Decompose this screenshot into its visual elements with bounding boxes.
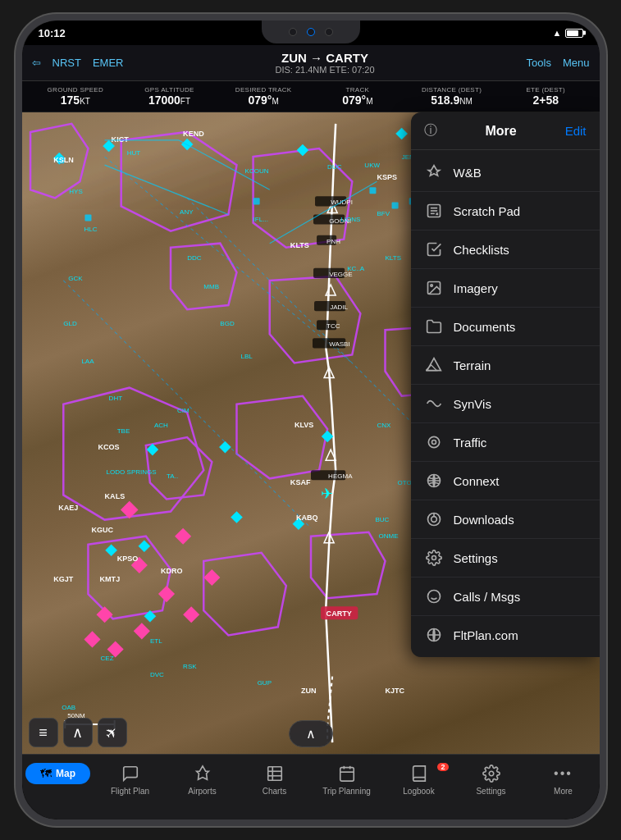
recenter-button[interactable]: ∧	[289, 720, 333, 747]
svg-text:KC..A: KC..A	[347, 265, 365, 272]
checklists-icon	[424, 240, 444, 259]
dropdown-item-settings[interactable]: Settings	[411, 539, 600, 578]
dropdown-item-terrain[interactable]: Terrain	[411, 346, 600, 385]
downloads-icon	[424, 509, 444, 529]
svg-text:KMTJ: KMTJ	[99, 575, 120, 583]
tab-flight-plan[interactable]: Flight Plan	[94, 761, 167, 796]
svg-marker-25	[138, 541, 149, 552]
wb-icon	[424, 162, 444, 182]
svg-text:TCC: TCC	[326, 322, 340, 330]
svg-text:CNX: CNX	[377, 422, 391, 429]
emer-button[interactable]: EMER	[93, 57, 124, 69]
nav-center: ZUN → CARTY DIS: 21.4NM ETE: 07:20	[276, 51, 375, 75]
dropdown-item-calls-msgs[interactable]: Calls / Msgs	[411, 578, 600, 616]
route-subtitle: DIS: 21.4NM ETE: 07:20	[276, 65, 375, 75]
svg-text:UKW: UKW	[364, 162, 380, 169]
tab-logbook[interactable]: 2 Logbook	[383, 761, 455, 796]
menu-button[interactable]: Menu	[563, 57, 590, 69]
svg-text:KLTS: KLTS	[385, 254, 401, 262]
svg-text:HUT: HUT	[126, 149, 140, 157]
svg-text:HLC: HLC	[84, 226, 97, 233]
battery-fill	[567, 30, 578, 36]
dropdown-item-downloads[interactable]: Downloads	[411, 500, 600, 539]
tab-more[interactable]: ••• More	[527, 761, 600, 796]
device-screen: 10:12 ▲ ⇦ NRST EMER	[22, 21, 600, 819]
svg-text:PNH: PNH	[326, 238, 340, 245]
svg-text:LAA: LAA	[81, 358, 94, 365]
svg-text:✈: ✈	[321, 486, 333, 502]
svg-text:KPSO: KPSO	[116, 555, 138, 563]
tools-button[interactable]: Tools	[527, 57, 551, 69]
plane-button[interactable]: ✈	[98, 718, 127, 747]
svg-text:ETL: ETL	[149, 637, 162, 645]
back-button[interactable]: ⇦	[32, 57, 41, 69]
airports-icon	[192, 763, 213, 784]
dropdown-item-synvis[interactable]: SynVis	[411, 385, 600, 423]
svg-point-148	[432, 556, 436, 560]
terrain-label: Terrain	[454, 358, 491, 372]
svg-text:HYS: HYS	[69, 188, 83, 195]
svg-text:HEGMA: HEGMA	[328, 472, 353, 480]
logbook-label: Logbook	[403, 787, 434, 796]
dropdown-item-documents[interactable]: Documents	[411, 308, 600, 346]
settings-tab-label: Settings	[476, 787, 505, 796]
logbook-icon	[409, 763, 430, 784]
svg-text:RSK: RSK	[183, 663, 197, 670]
svg-line-84	[179, 140, 270, 189]
dropdown-item-connext[interactable]: Connext	[411, 462, 600, 500]
tab-map[interactable]: 🗺 Map	[22, 761, 94, 784]
stat-track-label: TRACK	[311, 86, 405, 94]
info-icon[interactable]: ⓘ	[424, 122, 437, 139]
tab-charts[interactable]: Charts	[239, 761, 311, 796]
dropdown-item-traffic[interactable]: Traffic	[411, 423, 600, 462]
fltplan-icon	[424, 625, 444, 645]
dropdown-item-wb[interactable]: W&B	[411, 153, 600, 192]
svg-marker-22	[322, 431, 333, 442]
svg-text:TBE: TBE	[116, 427, 130, 435]
svg-marker-140	[427, 358, 441, 371]
dropdown-item-scratch-pad[interactable]: Scratch Pad	[411, 192, 600, 231]
svg-marker-36	[84, 631, 100, 647]
svg-marker-15	[395, 128, 407, 139]
dropdown-item-fltplan[interactable]: FltPlan.com	[411, 616, 600, 654]
svg-rect-39	[84, 214, 91, 221]
tab-airports[interactable]: Airports	[167, 761, 239, 796]
flight-plan-icon	[120, 763, 141, 784]
dropdown-edit-button[interactable]: Edit	[565, 124, 587, 138]
zoom-button[interactable]: ∧	[63, 718, 93, 747]
checklists-label: Checklists	[454, 243, 509, 257]
terrain-icon	[424, 355, 444, 375]
layers-button[interactable]: ≡	[29, 718, 58, 747]
bottom-tab-bar: 🗺 Map Flight Plan Airports	[22, 754, 600, 819]
charts-icon	[264, 763, 285, 784]
fltplan-label: FltPlan.com	[454, 628, 518, 642]
svg-text:KSPS: KSPS	[377, 173, 397, 181]
more-dropdown: ⓘ More Edit W&B	[411, 112, 600, 657]
svg-marker-14	[296, 144, 308, 156]
svg-text:LBL: LBL	[240, 353, 253, 360]
stat-dist-value: 518.9NM	[404, 94, 499, 107]
menu-label: Menu	[563, 57, 590, 69]
nrst-button[interactable]: NRST	[53, 57, 81, 69]
svg-line-0	[104, 157, 352, 363]
traffic-label: Traffic	[454, 436, 487, 450]
connext-icon	[424, 471, 444, 491]
status-icons: ▲	[553, 28, 583, 38]
stat-distance: DISTANCE (DEST) 518.9NM	[404, 86, 499, 107]
svg-text:DHT: DHT	[108, 395, 122, 402]
svg-point-142	[428, 436, 439, 447]
svg-point-161	[489, 771, 494, 776]
svg-text:KEND: KEND	[183, 130, 204, 138]
synvis-icon	[424, 394, 444, 413]
trip-planning-icon	[336, 763, 358, 784]
dropdown-item-imagery[interactable]: Imagery	[411, 269, 600, 308]
tab-settings[interactable]: Settings	[455, 761, 527, 796]
calls-msgs-icon	[424, 587, 444, 606]
svg-marker-31	[203, 569, 220, 586]
map-tab-pill: 🗺 Map	[25, 763, 90, 784]
tab-trip-planning[interactable]: Trip Planning	[311, 761, 383, 796]
dropdown-item-checklists[interactable]: Checklists	[411, 231, 600, 269]
device-notch	[262, 21, 360, 43]
traffic-icon	[424, 432, 444, 452]
more-tab-label: More	[554, 787, 573, 796]
